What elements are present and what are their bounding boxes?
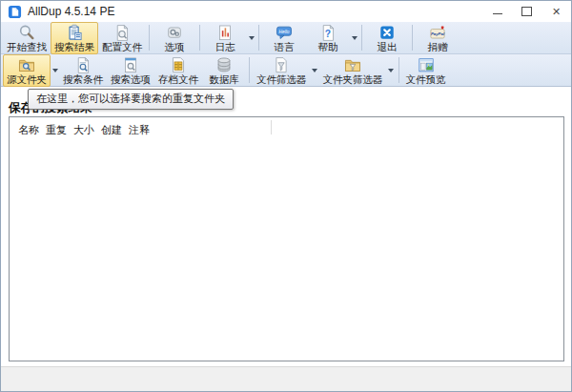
- file-filter-dropdown-arrow-icon[interactable]: [311, 56, 319, 85]
- alldup-window: AllDup 4.5.14 PE ✕ 开始查找 搜索结果 配置文件: [0, 0, 572, 392]
- column-header-duplicates[interactable]: 重复: [46, 123, 67, 137]
- profile-document-icon: [112, 24, 133, 42]
- minimize-icon[interactable]: [482, 1, 512, 22]
- app-icon: [8, 5, 22, 19]
- toolbar-separator: [412, 25, 413, 51]
- toolbar-label: 源文件夹: [7, 74, 47, 85]
- column-header-name[interactable]: 名称: [18, 123, 39, 137]
- maximize-icon[interactable]: [512, 1, 541, 22]
- toolbar-separator: [361, 25, 362, 51]
- toolbar-separator: [249, 57, 250, 83]
- toolbar-label: 存档文件: [158, 74, 198, 85]
- list-column-headers: 名称 重复 大小 创建 注释: [10, 117, 563, 137]
- toolbar-separator: [199, 25, 200, 51]
- toolbar-label: 语言: [275, 42, 295, 52]
- language-bubble-text: Hello: [279, 29, 290, 33]
- toolbar-separator: [398, 57, 399, 83]
- toolbar-button-log[interactable]: 日志: [203, 22, 247, 54]
- search-options-icon: [120, 56, 141, 74]
- language-bubble-icon: Hello: [274, 24, 295, 42]
- column-header-comment[interactable]: 注释: [129, 123, 150, 137]
- database-icon: [214, 56, 235, 74]
- search-toolbar: 源文件夹 搜索条件 搜索选项 存档文件 数据库: [1, 54, 571, 87]
- folder-filter-dropdown-arrow-icon[interactable]: [387, 56, 396, 85]
- toolbar-separator: [258, 25, 259, 51]
- toolbar-button-donate[interactable]: PayPal 捐赠: [416, 22, 460, 54]
- column-header-size[interactable]: 大小: [73, 123, 94, 137]
- toolbar-separator: [149, 25, 150, 51]
- close-icon[interactable]: ✕: [541, 1, 571, 22]
- toolbar-label: 文件筛选器: [256, 74, 307, 85]
- paypal-donate-icon: PayPal: [427, 24, 448, 42]
- column-separator: [271, 120, 272, 134]
- source-folder-icon: [16, 56, 37, 74]
- toolbar-button-start-search[interactable]: 开始查找: [3, 22, 51, 54]
- toolbar-label: 数据库: [209, 74, 239, 85]
- saved-results-list[interactable]: 名称 重复 大小 创建 注释: [9, 116, 564, 361]
- help-dropdown-arrow-icon[interactable]: [350, 24, 358, 52]
- toolbar-label: 开始查找: [7, 42, 47, 52]
- toolbar-label: 捐赠: [428, 42, 448, 52]
- toolbar-label: 日志: [215, 42, 235, 52]
- toolbar-label: 选项: [165, 42, 185, 52]
- toolbar-button-help[interactable]: ? 帮助: [306, 22, 350, 54]
- toolbar-button-search-results[interactable]: 搜索结果: [51, 22, 98, 54]
- toolbar-label: 搜索选项: [111, 74, 151, 85]
- main-content: 保存的搜索结果 在这里，您可以选择要搜索的重复文件夹 名称 重复 大小 创建 注…: [1, 87, 571, 366]
- log-dropdown-arrow-icon[interactable]: [247, 24, 255, 52]
- toolbar-button-database[interactable]: 数据库: [202, 54, 246, 87]
- window-title: AllDup 4.5.14 PE: [28, 5, 114, 18]
- toolbar-button-language[interactable]: Hello 语言: [262, 22, 306, 54]
- window-controls: ✕: [482, 1, 571, 22]
- toolbar-label: 搜索条件: [63, 74, 103, 85]
- help-question-icon: ?: [317, 24, 338, 42]
- toolbar-button-profiles[interactable]: 配置文件: [98, 22, 146, 54]
- log-document-icon: [214, 24, 235, 42]
- source-folders-dropdown-arrow-icon[interactable]: [51, 56, 59, 85]
- toolbar-label: 配置文件: [102, 42, 142, 52]
- file-preview-icon: [416, 56, 437, 74]
- toolbar-button-options[interactable]: 选项: [153, 22, 196, 54]
- folder-filter-funnel-icon: [342, 56, 363, 74]
- toolbar-label: 文件预览: [406, 74, 446, 85]
- toolbar-label: 帮助: [318, 42, 338, 52]
- options-gear-icon: [164, 24, 185, 42]
- archive-file-icon: [168, 56, 189, 74]
- file-filter-funnel-icon: [271, 56, 292, 74]
- column-header-created[interactable]: 创建: [101, 123, 122, 137]
- toolbar-button-source-folders[interactable]: 源文件夹: [3, 54, 51, 87]
- toolbar-button-archive-files[interactable]: 存档文件: [154, 54, 202, 87]
- toolbar-button-file-filter[interactable]: 文件筛选器: [253, 54, 311, 87]
- toolbar-button-file-preview[interactable]: 文件预览: [402, 54, 450, 87]
- exit-x-icon: [377, 24, 398, 42]
- titlebar: AllDup 4.5.14 PE ✕: [1, 1, 571, 22]
- toolbar-button-search-criteria[interactable]: 搜索条件: [59, 54, 107, 87]
- toolbar-label: 文件夹筛选器: [323, 74, 383, 85]
- clipboard-results-icon: [64, 24, 85, 42]
- search-icon: [16, 24, 37, 42]
- search-criteria-icon: [72, 56, 93, 74]
- toolbar-label: 退出: [378, 42, 398, 52]
- source-folder-tooltip: 在这里，您可以选择要搜索的重复文件夹: [28, 89, 234, 110]
- bottom-strip: [1, 366, 571, 391]
- question-glyph: ?: [325, 28, 331, 38]
- paypal-text: PayPal: [431, 31, 445, 36]
- main-toolbar: 开始查找 搜索结果 配置文件 选项 日志: [1, 22, 571, 54]
- toolbar-button-folder-filter[interactable]: 文件夹筛选器: [319, 54, 387, 87]
- toolbar-button-search-options[interactable]: 搜索选项: [107, 54, 154, 87]
- toolbar-label: 搜索结果: [54, 42, 94, 52]
- toolbar-button-exit[interactable]: 退出: [365, 22, 409, 54]
